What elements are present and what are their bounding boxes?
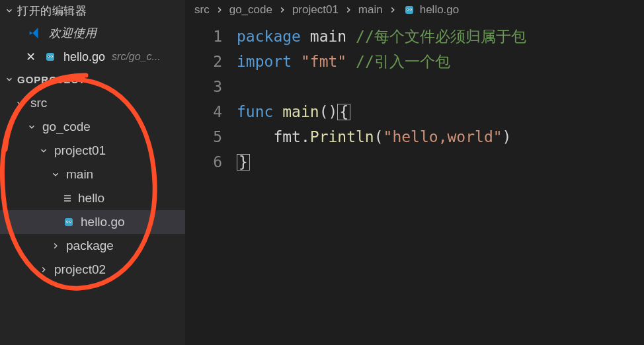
go-file-icon <box>44 50 57 63</box>
open-editors-label: 打开的编辑器 <box>17 3 87 19</box>
line-number: 4 <box>185 99 222 124</box>
chevron-right-icon <box>344 5 353 15</box>
chevron-down-icon <box>4 74 15 85</box>
chevron-right-icon <box>278 5 287 15</box>
tree-item-hello-go[interactable]: hello.go <box>0 210 185 234</box>
project-header[interactable]: GOPROJECT <box>0 69 185 90</box>
open-file-tab[interactable]: ✕ hello.go src/go_c... <box>0 45 185 69</box>
tree-item-label: src <box>30 96 47 110</box>
line-number: 3 <box>185 74 222 99</box>
tree-item-project01[interactable]: project01 <box>0 139 185 163</box>
svg-rect-10 <box>405 6 413 14</box>
line-number: 6 <box>185 149 222 174</box>
tree-item-label: project02 <box>54 262 106 277</box>
file-tree: srcgo_codeproject01mainhellohello.gopack… <box>0 90 185 282</box>
tree-item-label: hello.go <box>81 215 125 229</box>
tree-item-label: package <box>66 239 114 253</box>
go-file-icon <box>62 215 75 229</box>
svg-point-9 <box>70 221 71 222</box>
project-label: GOPROJECT <box>17 74 85 85</box>
line-gutter: 123456 <box>185 24 237 174</box>
welcome-label: 欢迎使用 <box>49 25 97 41</box>
chevron-down-icon <box>50 169 61 180</box>
breadcrumb-item[interactable]: project01 <box>292 3 339 17</box>
code-line[interactable]: fmt.Println("hello,world") <box>237 124 644 149</box>
open-editors-header[interactable]: 打开的编辑器 <box>0 0 185 21</box>
tree-item-go_code[interactable]: go_code <box>0 115 185 139</box>
open-file-path: src/go_c... <box>112 51 161 63</box>
tree-item-label: main <box>66 167 93 182</box>
tree-item-hello[interactable]: hello <box>0 186 185 210</box>
tree-item-project02[interactable]: project02 <box>0 258 185 282</box>
svg-point-14 <box>410 9 411 10</box>
sidebar: 打开的编辑器 欢迎使用 ✕ hello.go src/go_c... GOPRO… <box>0 0 185 345</box>
line-number: 1 <box>185 24 222 49</box>
svg-rect-0 <box>46 53 54 61</box>
go-file-icon <box>403 3 416 17</box>
line-number: 2 <box>185 49 222 74</box>
code-line[interactable] <box>237 74 644 99</box>
breadcrumb-item[interactable]: go_code <box>229 3 272 17</box>
breadcrumb-item[interactable]: main <box>358 3 383 17</box>
line-number: 5 <box>185 124 222 149</box>
chevron-down-icon <box>26 122 37 132</box>
svg-point-13 <box>407 9 408 10</box>
svg-rect-5 <box>65 218 73 226</box>
file-text-icon <box>62 193 73 204</box>
chevron-right-icon <box>38 264 49 275</box>
open-file-name: hello.go <box>63 50 105 64</box>
svg-point-4 <box>52 56 52 57</box>
svg-point-3 <box>48 56 49 57</box>
breadcrumb-item[interactable]: hello.go <box>420 3 460 17</box>
chevron-down-icon <box>15 98 25 108</box>
code-line[interactable]: func main(){ <box>237 99 644 124</box>
editor-area: srcgo_codeproject01mainhello.go 123456 p… <box>185 0 644 345</box>
tree-item-label: hello <box>78 191 104 206</box>
breadcrumb-item[interactable]: src <box>194 3 210 17</box>
tree-item-label: go_code <box>42 120 91 134</box>
code-line[interactable]: import "fmt" //引入一个包 <box>237 49 644 74</box>
breadcrumbs[interactable]: srcgo_codeproject01mainhello.go <box>185 0 644 20</box>
welcome-tab[interactable]: 欢迎使用 <box>0 21 185 45</box>
chevron-right-icon <box>50 241 61 251</box>
tree-item-src[interactable]: src <box>0 91 185 115</box>
tree-item-package[interactable]: package <box>0 234 185 258</box>
svg-point-8 <box>67 221 67 222</box>
vscode-icon <box>28 26 42 40</box>
close-icon[interactable]: ✕ <box>24 50 37 64</box>
tree-item-main[interactable]: main <box>0 163 185 186</box>
code-content[interactable]: package main //每个文件必须归属于包import "fmt" //… <box>237 24 644 174</box>
chevron-right-icon <box>388 5 397 15</box>
chevron-down-icon <box>4 5 15 16</box>
code-line[interactable]: } <box>237 149 644 174</box>
code-line[interactable]: package main //每个文件必须归属于包 <box>237 24 644 49</box>
code-editor[interactable]: 123456 package main //每个文件必须归属于包import "… <box>185 20 644 174</box>
chevron-right-icon <box>215 5 224 15</box>
tree-item-label: project01 <box>54 143 106 158</box>
chevron-down-icon <box>38 145 49 156</box>
